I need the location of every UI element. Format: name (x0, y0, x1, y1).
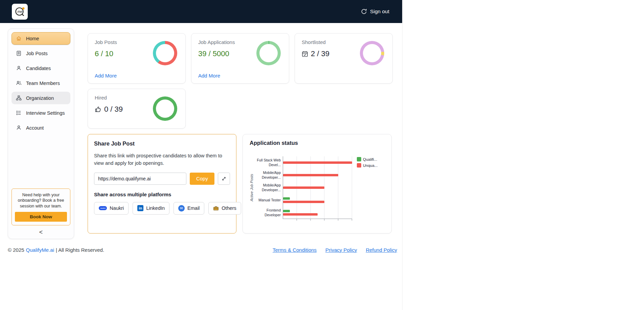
legend-label: Qualifi... (363, 157, 377, 161)
org-hierarchy-icon (16, 95, 22, 101)
job-posts-donut-chart (153, 41, 177, 65)
sidebar-item-team-members[interactable]: Team Members (12, 77, 70, 89)
privacy-policy-link[interactable]: Privacy Policy (325, 247, 357, 253)
book-now-button[interactable]: Book Now (15, 212, 67, 222)
bottom-row: Share Job Post Share this link with pros… (88, 134, 397, 234)
chart-category-label: Frontend Developer (255, 206, 283, 219)
legend-item: Qualifi... (357, 157, 377, 161)
sidebar-item-job-posts[interactable]: Job Posts (12, 47, 70, 60)
stat-value-text: 6 / 10 (95, 49, 113, 58)
share-url-input[interactable] (94, 173, 186, 185)
chart-bar-row (283, 181, 352, 194)
chart-bar (283, 186, 324, 189)
share-others-button[interactable]: Others (208, 202, 241, 215)
main-content: Job Posts 6 / 10 Add More Job Applicatio… (88, 28, 397, 234)
application-status-chart: Active Job Posts Full Stack Web Devel...… (250, 156, 385, 219)
stat-value: 0 / 39 (95, 105, 123, 114)
chart-y-axis-label: Active Job Posts (250, 156, 255, 219)
people-icon (16, 80, 22, 86)
sidebar-item-label: Home (26, 36, 39, 41)
chart-category-label: Manual Tester (255, 194, 283, 206)
chart-bar (283, 197, 290, 200)
stat-card-job-posts: Job Posts 6 / 10 Add More (88, 33, 186, 84)
svg-text:me: me (17, 9, 22, 14)
brand-logo[interactable]: me (12, 4, 28, 20)
stat-value-text: 2 / 39 (311, 49, 329, 58)
sidebar-item-label: Job Posts (26, 51, 48, 56)
chart-plot (283, 156, 352, 219)
calendar-check-icon (302, 51, 308, 57)
sidebar-item-label: Team Members (26, 81, 60, 86)
chart-bar-row (283, 169, 352, 181)
sidebar-collapse-button[interactable]: < (39, 229, 43, 235)
sidebar-item-account[interactable]: Account (12, 121, 70, 134)
stat-title: Job Applications (198, 39, 235, 45)
copyright-text: © 2025 QualifyMe.ai | All Rights Reserve… (8, 247, 104, 253)
sidebar-item-label: Interview Settings (26, 110, 65, 116)
chart-category-label: Mobile/App Developer... (255, 181, 283, 194)
sidebar-item-organization[interactable]: Organization (12, 92, 70, 104)
stat-title: Job Posts (95, 39, 117, 45)
add-more-link[interactable]: Add More (95, 73, 117, 79)
platform-label: Naukri (110, 205, 124, 211)
sidebar-item-interview-settings[interactable]: Interview Settings (12, 107, 70, 119)
application-status-card: Application status Active Job Posts Full… (243, 134, 392, 234)
account-person-icon (16, 125, 22, 131)
naukri-logo-icon: naukri (99, 206, 107, 210)
briefcase-icon (213, 205, 219, 211)
chart-category-label: Mobile/App Developer... (255, 169, 283, 181)
copy-button[interactable]: Copy (190, 173, 214, 185)
chart-categories: Full Stack Web Devel...Mobile/App Develo… (255, 156, 283, 219)
sidebar-menu: Home Job Posts Candidates (12, 32, 70, 134)
chart-bar (283, 210, 290, 212)
page-body: Home Job Posts Candidates (0, 23, 402, 239)
share-description: Share this link with prospective candida… (94, 152, 225, 167)
copyright-suffix: | All Rights Reserved. (56, 247, 104, 253)
shortlisted-donut-chart (360, 41, 384, 65)
share-linkedin-button[interactable]: in LinkedIn (133, 202, 169, 215)
stat-card-hired: Hired 0 / 39 (88, 89, 186, 129)
legend-item: Unqua... (357, 163, 377, 168)
linkedin-logo-icon: in (137, 205, 143, 211)
legend-label: Unqua... (363, 163, 377, 168)
share-card-title: Share Job Post (94, 140, 230, 147)
person-icon (16, 65, 22, 71)
sidebar-item-candidates[interactable]: Candidates (12, 62, 70, 74)
stat-value-text: 0 / 39 (104, 105, 123, 114)
onboarding-help-box: Need help with your onboarding? Book a f… (12, 189, 70, 226)
chart-legend: Qualifi...Unqua... (357, 156, 377, 219)
document-icon (16, 50, 22, 56)
stat-card-shortlisted: Shortlisted 2 / 39 (295, 33, 393, 84)
expand-arrows-icon (222, 176, 226, 181)
stat-title: Shortlisted (302, 39, 326, 45)
app-window: me Sign out Home (0, 0, 402, 310)
qualifyme-footer-link[interactable]: QualifyMe.ai (26, 247, 54, 253)
chart-bar (283, 174, 338, 176)
stat-card-job-applications: Job Applications 39 / 5000 Add More (191, 33, 289, 84)
stats-row: Job Posts 6 / 10 Add More Job Applicatio… (88, 33, 397, 84)
share-link-row: Copy (94, 173, 230, 185)
terms-conditions-link[interactable]: Terms & Conditions (273, 247, 317, 253)
sidebar-item-label: Account (26, 125, 44, 131)
add-more-link[interactable]: Add More (198, 73, 220, 79)
sidebar-item-label: Candidates (26, 66, 51, 71)
footer-links: Terms & Conditions Privacy Policy Refund… (273, 247, 397, 253)
platforms-row: naukri Naukri in LinkedIn ✉ Email (94, 202, 230, 215)
sign-out-button[interactable]: Sign out (361, 8, 389, 15)
chart-bar-row (283, 206, 352, 219)
top-navbar: me Sign out (0, 0, 402, 23)
share-naukri-button[interactable]: naukri Naukri (94, 202, 129, 215)
sidebar-item-home[interactable]: Home (12, 32, 70, 45)
expand-link-button[interactable] (218, 173, 230, 185)
stat-title: Hired (95, 95, 107, 101)
sign-out-label: Sign out (370, 8, 389, 15)
refund-policy-link[interactable]: Refund Policy (366, 247, 397, 253)
email-envelope-icon: ✉ (178, 205, 185, 212)
legend-swatch (357, 163, 361, 168)
platform-label: Email (187, 205, 200, 211)
sign-out-icon (361, 8, 367, 15)
legend-swatch (357, 157, 361, 161)
chart-bar-row (283, 156, 352, 169)
share-email-button[interactable]: ✉ Email (174, 202, 204, 215)
platform-label: LinkedIn (146, 205, 165, 211)
